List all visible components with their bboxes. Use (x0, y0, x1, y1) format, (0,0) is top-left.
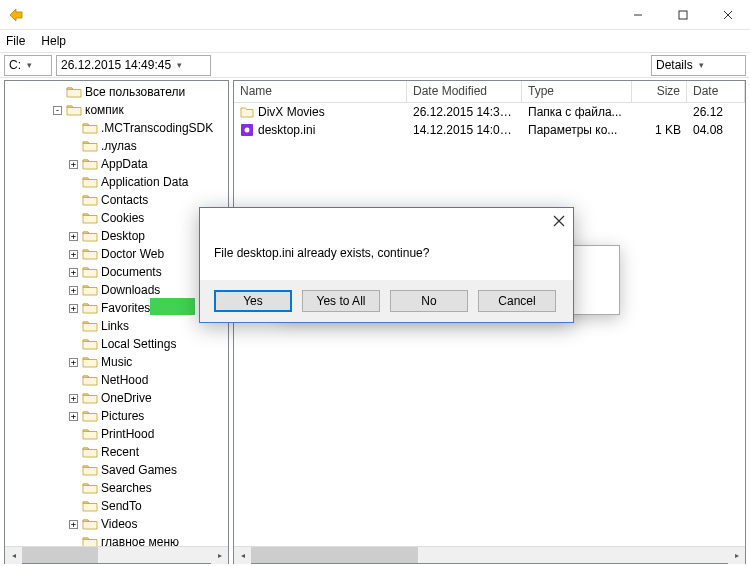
col-type[interactable]: Type (522, 81, 632, 102)
col-name[interactable]: Name (234, 81, 407, 102)
tree-item[interactable]: +Videos (5, 515, 228, 533)
tree-item[interactable]: +AppData (5, 155, 228, 173)
cell-date: 14.12.2015 14:06:15 (407, 123, 522, 137)
minimize-button[interactable] (615, 0, 660, 30)
no-expand (53, 88, 62, 97)
date-combo-value: 26.12.2015 14:49:45 (61, 58, 171, 72)
no-expand (69, 430, 78, 439)
list-item[interactable]: desktop.ini14.12.2015 14:06:15Параметры … (234, 121, 745, 139)
maximize-button[interactable] (660, 0, 705, 30)
tree-item[interactable]: Contacts (5, 191, 228, 209)
tree-item[interactable]: Links (5, 317, 228, 335)
progress-bar-fragment (150, 298, 195, 315)
expand-icon[interactable]: + (69, 394, 78, 403)
scroll-right-icon[interactable]: ▸ (728, 547, 745, 564)
tree-item[interactable]: NetHood (5, 371, 228, 389)
expand-icon[interactable]: + (69, 358, 78, 367)
no-expand (69, 340, 78, 349)
expand-icon[interactable]: + (69, 412, 78, 421)
col-size[interactable]: Size (632, 81, 687, 102)
app-icon (8, 7, 24, 23)
titlebar (0, 0, 750, 30)
tree-item[interactable]: +Doctor Web (5, 245, 228, 263)
tree-item-label: Searches (101, 481, 152, 495)
expand-icon[interactable]: + (69, 286, 78, 295)
tree-item[interactable]: SendTo (5, 497, 228, 515)
no-expand (69, 196, 78, 205)
close-icon[interactable] (553, 215, 565, 230)
expand-icon[interactable]: + (69, 268, 78, 277)
tree-item[interactable]: Local Settings (5, 335, 228, 353)
tree-item-label: Saved Games (101, 463, 177, 477)
yes-button[interactable]: Yes (214, 290, 292, 312)
tree-item[interactable]: Recent (5, 443, 228, 461)
no-expand (69, 124, 78, 133)
tree-panel: Все пользователи-компик.MCTranscodingSDK… (4, 80, 229, 564)
cancel-button[interactable]: Cancel (478, 290, 556, 312)
menu-help[interactable]: Help (41, 34, 66, 48)
tree-item[interactable]: +OneDrive (5, 389, 228, 407)
tree-item-label: Pictures (101, 409, 144, 423)
tree-item[interactable]: Все пользователи (5, 83, 228, 101)
list-body[interactable]: DivX Movies26.12.2015 14:38:12Папка с фа… (234, 103, 745, 546)
toolbar: C: ▾ 26.12.2015 14:49:45 ▾ Details ▾ (0, 52, 750, 78)
tree-item-label: .лулаs (101, 139, 137, 153)
tree-item-label: Videos (101, 517, 137, 531)
file-name: desktop.ini (258, 123, 315, 137)
tree-item[interactable]: главное меню (5, 533, 228, 546)
tree-item-label: Local Settings (101, 337, 176, 351)
col-dated[interactable]: Date (687, 81, 745, 102)
tree-item[interactable]: +Downloads (5, 281, 228, 299)
cell-type: Параметры ко... (522, 123, 632, 137)
scroll-left-icon[interactable]: ◂ (5, 547, 22, 564)
tree-item[interactable]: -компик (5, 101, 228, 119)
drive-combo[interactable]: C: ▾ (4, 55, 52, 76)
file-name: DivX Movies (258, 105, 325, 119)
expand-icon[interactable]: + (69, 232, 78, 241)
tree-item[interactable]: .MCTranscodingSDK (5, 119, 228, 137)
collapse-icon[interactable]: - (53, 106, 62, 115)
list-hscroll[interactable]: ◂ ▸ (234, 546, 745, 563)
scroll-right-icon[interactable]: ▸ (211, 547, 228, 564)
tree-item-label: компик (85, 103, 124, 117)
list-item[interactable]: DivX Movies26.12.2015 14:38:12Папка с фа… (234, 103, 745, 121)
confirm-dialog: File desktop.ini already exists, continu… (199, 207, 574, 323)
no-expand (69, 214, 78, 223)
tree-item[interactable]: Saved Games (5, 461, 228, 479)
no-expand (69, 502, 78, 511)
tree-item-label: Desktop (101, 229, 145, 243)
tree-item[interactable]: PrintHood (5, 425, 228, 443)
tree-item[interactable]: Cookies (5, 209, 228, 227)
tree-item-label: Doctor Web (101, 247, 164, 261)
expand-icon[interactable]: + (69, 160, 78, 169)
view-combo[interactable]: Details ▾ (651, 55, 746, 76)
tree-item[interactable]: Application Data (5, 173, 228, 191)
tree-item[interactable]: +Documents (5, 263, 228, 281)
tree-item[interactable]: Searches (5, 479, 228, 497)
menu-file[interactable]: File (6, 34, 25, 48)
tree-item-label: Recent (101, 445, 139, 459)
chevron-down-icon: ▾ (27, 60, 32, 70)
tree-item-label: Favorites (101, 301, 150, 315)
no-expand (69, 484, 78, 493)
no-button[interactable]: No (390, 290, 468, 312)
expand-icon[interactable]: + (69, 520, 78, 529)
close-button[interactable] (705, 0, 750, 30)
tree-item-label: OneDrive (101, 391, 152, 405)
tree-item[interactable]: +Music (5, 353, 228, 371)
list-header: Name Date Modified Type Size Date (234, 81, 745, 103)
cell-dated: 26.12 (687, 105, 745, 119)
tree-item[interactable]: +Pictures (5, 407, 228, 425)
tree-item-label: Cookies (101, 211, 144, 225)
col-date[interactable]: Date Modified (407, 81, 522, 102)
date-combo[interactable]: 26.12.2015 14:49:45 ▾ (56, 55, 211, 76)
chevron-down-icon: ▾ (177, 60, 182, 70)
yes-to-all-button[interactable]: Yes to All (302, 290, 380, 312)
expand-icon[interactable]: + (69, 304, 78, 313)
tree-item-label: главное меню (101, 535, 179, 546)
tree-item[interactable]: .лулаs (5, 137, 228, 155)
scroll-left-icon[interactable]: ◂ (234, 547, 251, 564)
expand-icon[interactable]: + (69, 250, 78, 259)
tree-hscroll[interactable]: ◂ ▸ (5, 546, 228, 563)
tree-item[interactable]: +Desktop (5, 227, 228, 245)
